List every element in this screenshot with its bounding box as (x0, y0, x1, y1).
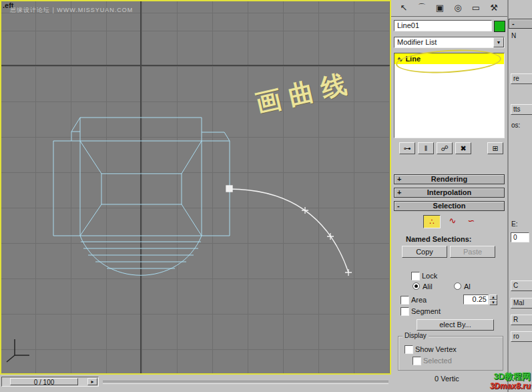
strip-label: N (511, 32, 516, 39)
spline-curve (230, 189, 348, 272)
line-modifier-icon: ∿ (397, 55, 403, 63)
time-slider-track[interactable]: 0 / 100 ▸ (1, 377, 99, 387)
watermark-missyuan: 思缘设计论坛 | WWW.MISSYUAN.COM (10, 6, 133, 15)
vertex-subobject-button[interactable]: ∴ (423, 215, 441, 228)
all-radio[interactable] (454, 282, 461, 290)
modifier-stack-item-line[interactable]: ∿Line (394, 53, 504, 64)
strip-button[interactable]: tts (511, 104, 532, 115)
strip-rollout-header[interactable]: - (509, 19, 532, 29)
strip-label: E: (511, 220, 517, 228)
vertex-plus-marker (345, 269, 352, 276)
next-frame-arrow-icon[interactable]: ▸ (87, 378, 97, 385)
display-tab-icon[interactable]: ▭ (467, 1, 485, 15)
area-threshold-field[interactable]: 0.25 (463, 295, 489, 305)
3dsmax-window: .eft 思缘设计论坛 | WWW.MISSYUAN.COM 画曲线 ↖ ⌒ ▣… (0, 0, 532, 392)
spline-subobject-icon[interactable]: ∽ (463, 215, 479, 228)
spline-vertex-markers (226, 186, 352, 276)
vertex-plus-marker (302, 207, 308, 214)
spinner-up-icon[interactable]: ▲ (489, 295, 497, 300)
collapse-minus-icon: - (512, 19, 515, 28)
object-name-field[interactable]: Line01 (394, 20, 492, 31)
motion-tab-icon[interactable]: ◎ (449, 1, 467, 15)
segment-subobject-icon[interactable]: ∿ (445, 215, 461, 228)
chevron-down-icon[interactable]: ▼ (493, 37, 504, 47)
modifier-stack-item-label: Line (405, 55, 421, 63)
rollout-selection[interactable]: - Selection (394, 201, 505, 211)
modifier-stack-list[interactable]: ∿Line (394, 53, 505, 138)
viewport-left[interactable]: .eft 思缘设计论坛 | WWW.MISSYUAN.COM 画曲线 (0, 0, 391, 375)
rollout-rendering-title: Rendering (431, 175, 467, 183)
time-slider-handle[interactable]: 0 / 100 (10, 378, 78, 385)
collapse-minus-icon: - (397, 202, 400, 210)
rollout-interpolation[interactable]: + Interpolation (394, 188, 505, 198)
rollout-interpolation-title: Interpolation (427, 188, 472, 196)
segment-checkbox[interactable] (401, 307, 409, 316)
expand-plus-icon: + (397, 175, 401, 184)
segment-label: Segment (411, 307, 441, 316)
all-radio-label: Al (464, 282, 471, 291)
watermark-line1: 3D教程网 (490, 372, 531, 381)
strip-button[interactable]: R (511, 315, 532, 325)
strip-button[interactable]: C (511, 280, 532, 291)
right-panel-strip: - N re tts os: E: 0 C Mal R ro (507, 0, 532, 392)
lock-label: Lock (422, 272, 437, 280)
strip-button[interactable]: ro (511, 331, 532, 342)
modify-tab-icon[interactable]: ⌒ (413, 1, 431, 15)
display-group-title: Display (403, 332, 429, 339)
watermark-3dmax8: 3D教程网 3Dmax8.ru (490, 372, 531, 391)
area-checkbox[interactable] (401, 296, 409, 305)
show-vertex-label: Show Vertex (415, 345, 457, 354)
show-vertex-checkbox[interactable] (405, 345, 413, 354)
configure-modifier-sets-icon[interactable]: ⊞ (487, 142, 503, 154)
watermark-line2: 3Dmax8.ru (490, 381, 531, 391)
strip-label: os: (511, 122, 520, 129)
alike-radio-label: Alil (423, 282, 433, 291)
strip-value-field[interactable]: 0 (511, 232, 529, 242)
selected-only-label: Selected (423, 357, 452, 365)
select-arrow-icon[interactable]: ↖ (395, 1, 413, 15)
rollout-selection-title: Selection (433, 202, 466, 210)
box-unfold-wireframe (53, 118, 230, 275)
status-prompt-text: 0 Vertic (435, 375, 459, 383)
lock-checkbox[interactable] (411, 272, 420, 280)
strip-button[interactable]: re (511, 73, 532, 84)
vertex-start-marker (226, 186, 232, 192)
area-label: Area (411, 296, 427, 305)
rollout-rendering[interactable]: + Rendering (394, 174, 505, 184)
alike-radio[interactable] (413, 282, 420, 290)
select-by-button[interactable]: elect By... (417, 319, 494, 331)
show-end-result-icon[interactable]: ‖ (418, 142, 434, 154)
selected-only-checkbox[interactable] (413, 357, 421, 365)
expand-plus-icon: + (397, 188, 401, 197)
object-color-swatch[interactable] (494, 21, 505, 32)
pin-stack-icon[interactable]: ⊶ (399, 142, 415, 154)
track-bar-groove (103, 381, 388, 384)
viewport-geometry (1, 1, 390, 373)
copy-button[interactable]: Copy (402, 246, 447, 258)
paste-button[interactable]: Paste (450, 246, 495, 258)
hierarchy-tab-icon[interactable]: ▣ (431, 1, 449, 15)
utilities-tab-icon[interactable]: ⚒ (485, 1, 503, 15)
axis-tripod-icon (7, 339, 29, 362)
make-unique-icon[interactable]: ☍ (437, 142, 453, 154)
time-slider-bar: 0 / 100 ▸ (0, 375, 391, 392)
strip-button[interactable]: Mal (511, 298, 532, 309)
modifier-list-dropdown[interactable]: Modifier List (394, 37, 505, 48)
spinner-down-icon[interactable]: ▼ (489, 300, 497, 305)
remove-modifier-icon[interactable]: ✖ (455, 142, 471, 154)
named-selections-label: Named Selections: (406, 235, 471, 244)
